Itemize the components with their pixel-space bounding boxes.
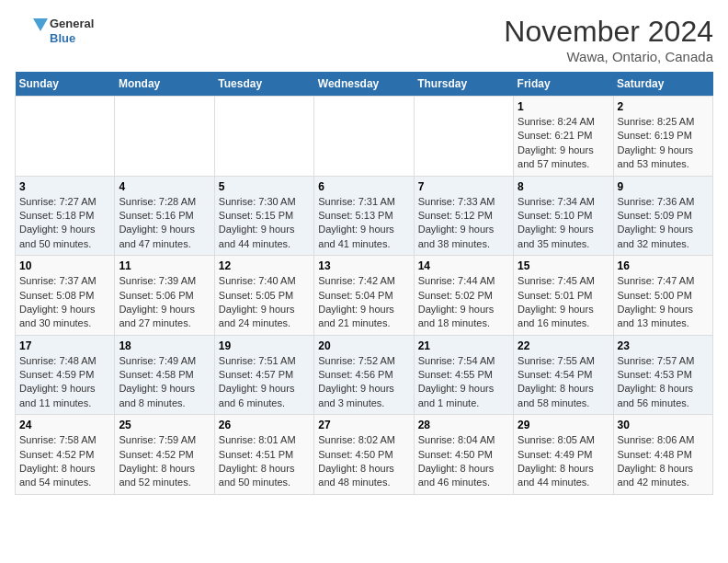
day-number: 6: [318, 180, 409, 193]
calendar-cell: 26Sunrise: 8:01 AMSunset: 4:51 PMDayligh…: [214, 415, 313, 495]
day-info: Sunrise: 8:05 AMSunset: 4:49 PMDaylight:…: [518, 433, 609, 490]
weekday-header: Thursday: [414, 72, 513, 97]
calendar-cell: 20Sunrise: 7:52 AMSunset: 4:56 PMDayligh…: [314, 335, 414, 415]
day-info: Sunrise: 7:42 AMSunset: 5:04 PMDaylight:…: [318, 274, 409, 331]
day-info: Sunrise: 7:54 AMSunset: 4:55 PMDaylight:…: [418, 354, 509, 411]
calendar-week-row: 10Sunrise: 7:37 AMSunset: 5:08 PMDayligh…: [16, 256, 713, 336]
day-info: Sunrise: 7:44 AMSunset: 5:02 PMDaylight:…: [418, 274, 509, 331]
subtitle: Wawa, Ontario, Canada: [504, 49, 713, 64]
calendar-table: SundayMondayTuesdayWednesdayThursdayFrid…: [15, 72, 713, 495]
weekday-header: Sunday: [16, 72, 115, 97]
day-info: Sunrise: 7:39 AMSunset: 5:06 PMDaylight:…: [119, 274, 210, 331]
day-number: 16: [618, 259, 709, 272]
weekday-header: Friday: [514, 72, 613, 97]
day-number: 24: [19, 419, 110, 431]
calendar-cell: 2Sunrise: 8:25 AMSunset: 6:19 PMDaylight…: [613, 97, 712, 177]
calendar-cell: 30Sunrise: 8:06 AMSunset: 4:48 PMDayligh…: [613, 415, 712, 495]
day-info: Sunrise: 7:57 AMSunset: 4:53 PMDaylight:…: [618, 354, 709, 411]
day-number: 29: [518, 419, 609, 431]
day-number: 22: [518, 339, 609, 352]
day-info: Sunrise: 7:28 AMSunset: 5:16 PMDaylight:…: [119, 195, 210, 252]
calendar-week-row: 3Sunrise: 7:27 AMSunset: 5:18 PMDaylight…: [16, 176, 713, 256]
day-number: 4: [119, 180, 210, 193]
logo: General Blue: [15, 15, 94, 48]
day-info: Sunrise: 7:33 AMSunset: 5:12 PMDaylight:…: [418, 195, 509, 252]
day-info: Sunrise: 7:31 AMSunset: 5:13 PMDaylight:…: [318, 195, 409, 252]
day-number: 5: [219, 180, 310, 193]
day-number: 30: [618, 419, 709, 431]
day-info: Sunrise: 8:24 AMSunset: 6:21 PMDaylight:…: [518, 115, 609, 172]
calendar-cell: 21Sunrise: 7:54 AMSunset: 4:55 PMDayligh…: [414, 335, 513, 415]
page-header: General Blue November 2024 Wawa, Ontario…: [15, 15, 713, 64]
calendar-cell: 7Sunrise: 7:33 AMSunset: 5:12 PMDaylight…: [414, 176, 513, 256]
day-info: Sunrise: 7:51 AMSunset: 4:57 PMDaylight:…: [219, 354, 310, 411]
day-number: 20: [318, 339, 409, 352]
day-number: 3: [19, 180, 110, 193]
day-number: 18: [119, 339, 210, 352]
calendar-cell: 19Sunrise: 7:51 AMSunset: 4:57 PMDayligh…: [214, 335, 313, 415]
calendar-cell: 1Sunrise: 8:24 AMSunset: 6:21 PMDaylight…: [514, 97, 613, 177]
calendar-cell: 14Sunrise: 7:44 AMSunset: 5:02 PMDayligh…: [414, 256, 513, 336]
day-info: Sunrise: 7:52 AMSunset: 4:56 PMDaylight:…: [318, 354, 409, 411]
calendar-cell: [314, 97, 414, 177]
day-info: Sunrise: 7:30 AMSunset: 5:15 PMDaylight:…: [219, 195, 310, 252]
weekday-header: Tuesday: [214, 72, 313, 97]
weekday-header: Saturday: [613, 72, 712, 97]
day-number: 23: [618, 339, 709, 352]
day-info: Sunrise: 7:48 AMSunset: 4:59 PMDaylight:…: [19, 354, 110, 411]
calendar-cell: 22Sunrise: 7:55 AMSunset: 4:54 PMDayligh…: [514, 335, 613, 415]
day-info: Sunrise: 7:36 AMSunset: 5:09 PMDaylight:…: [618, 195, 709, 252]
day-info: Sunrise: 8:02 AMSunset: 4:50 PMDaylight:…: [318, 433, 409, 490]
calendar-cell: 18Sunrise: 7:49 AMSunset: 4:58 PMDayligh…: [115, 335, 214, 415]
calendar-cell: 6Sunrise: 7:31 AMSunset: 5:13 PMDaylight…: [314, 176, 414, 256]
day-number: 12: [219, 259, 310, 272]
calendar-cell: 10Sunrise: 7:37 AMSunset: 5:08 PMDayligh…: [16, 256, 115, 336]
calendar-cell: 17Sunrise: 7:48 AMSunset: 4:59 PMDayligh…: [16, 335, 115, 415]
day-number: 14: [418, 259, 509, 272]
logo-line2: Blue: [50, 31, 94, 46]
logo-line1: General: [50, 17, 94, 31]
day-number: 10: [19, 259, 110, 272]
day-info: Sunrise: 8:01 AMSunset: 4:51 PMDaylight:…: [219, 433, 310, 490]
calendar-cell: 16Sunrise: 7:47 AMSunset: 5:00 PMDayligh…: [613, 256, 712, 336]
main-title: November 2024: [504, 15, 713, 49]
calendar-cell: 24Sunrise: 7:58 AMSunset: 4:52 PMDayligh…: [16, 415, 115, 495]
day-info: Sunrise: 7:34 AMSunset: 5:10 PMDaylight:…: [518, 195, 609, 252]
calendar-cell: [414, 97, 513, 177]
calendar-cell: 5Sunrise: 7:30 AMSunset: 5:15 PMDaylight…: [214, 176, 313, 256]
day-number: 11: [119, 259, 210, 272]
day-number: 17: [19, 339, 110, 352]
day-info: Sunrise: 7:55 AMSunset: 4:54 PMDaylight:…: [518, 354, 609, 411]
calendar-cell: 28Sunrise: 8:04 AMSunset: 4:50 PMDayligh…: [414, 415, 513, 495]
day-number: 28: [418, 419, 509, 431]
calendar-week-row: 1Sunrise: 8:24 AMSunset: 6:21 PMDaylight…: [16, 97, 713, 177]
calendar-cell: 13Sunrise: 7:42 AMSunset: 5:04 PMDayligh…: [314, 256, 414, 336]
calendar-week-row: 24Sunrise: 7:58 AMSunset: 4:52 PMDayligh…: [16, 415, 713, 495]
weekday-header: Wednesday: [314, 72, 414, 97]
day-number: 21: [418, 339, 509, 352]
calendar-cell: 4Sunrise: 7:28 AMSunset: 5:16 PMDaylight…: [115, 176, 214, 256]
day-number: 13: [318, 259, 409, 272]
svg-marker-0: [33, 18, 48, 31]
day-number: 8: [518, 180, 609, 193]
calendar-cell: [16, 97, 115, 177]
day-info: Sunrise: 7:40 AMSunset: 5:05 PMDaylight:…: [219, 274, 310, 331]
calendar-cell: 12Sunrise: 7:40 AMSunset: 5:05 PMDayligh…: [214, 256, 313, 336]
day-number: 15: [518, 259, 609, 272]
day-number: 27: [318, 419, 409, 431]
day-info: Sunrise: 7:49 AMSunset: 4:58 PMDaylight:…: [119, 354, 210, 411]
day-info: Sunrise: 7:58 AMSunset: 4:52 PMDaylight:…: [19, 433, 110, 490]
day-number: 1: [518, 100, 609, 113]
weekday-header: Monday: [115, 72, 214, 97]
calendar-header-row: SundayMondayTuesdayWednesdayThursdayFrid…: [16, 72, 713, 97]
calendar-cell: 3Sunrise: 7:27 AMSunset: 5:18 PMDaylight…: [16, 176, 115, 256]
day-info: Sunrise: 7:27 AMSunset: 5:18 PMDaylight:…: [19, 195, 110, 252]
day-info: Sunrise: 7:47 AMSunset: 5:00 PMDaylight:…: [618, 274, 709, 331]
calendar-cell: 8Sunrise: 7:34 AMSunset: 5:10 PMDaylight…: [514, 176, 613, 256]
day-number: 7: [418, 180, 509, 193]
calendar-cell: 29Sunrise: 8:05 AMSunset: 4:49 PMDayligh…: [514, 415, 613, 495]
day-number: 2: [618, 100, 709, 113]
calendar-week-row: 17Sunrise: 7:48 AMSunset: 4:59 PMDayligh…: [16, 335, 713, 415]
day-number: 9: [618, 180, 709, 193]
day-info: Sunrise: 7:59 AMSunset: 4:52 PMDaylight:…: [119, 433, 210, 490]
